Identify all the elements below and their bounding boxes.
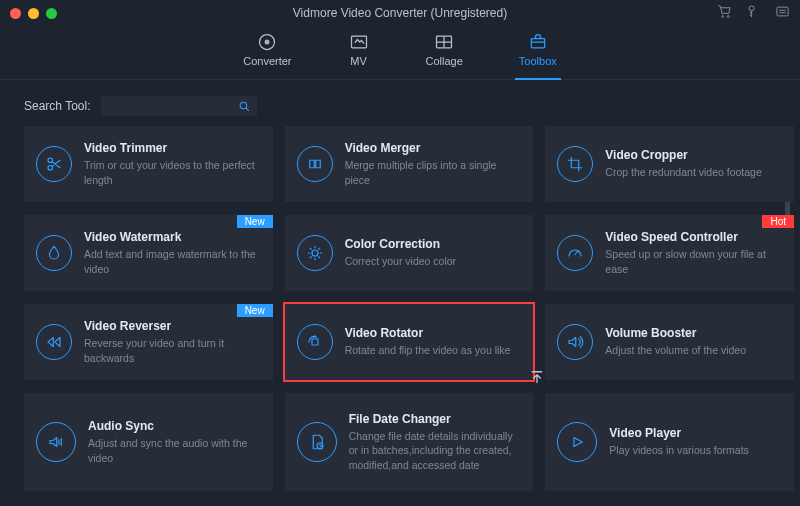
cart-icon[interactable] [717, 4, 732, 23]
titlebar: Vidmore Video Converter (Unregistered) [0, 0, 800, 26]
tool-volume-booster[interactable]: Volume BoosterAdjust the volume of the v… [545, 304, 794, 380]
tool-video-trimmer[interactable]: Video TrimmerTrim or cut your videos to … [24, 126, 273, 202]
play-icon [557, 422, 597, 462]
tool-color-correction[interactable]: Color CorrectionCorrect your video color [285, 215, 534, 291]
tool-video-player[interactable]: Video PlayerPlay videos in various forma… [545, 393, 794, 491]
svg-point-14 [312, 250, 318, 256]
tool-title: Video Rotator [345, 326, 522, 340]
tool-title: File Date Changer [349, 412, 522, 426]
rewind-icon [36, 324, 72, 360]
tool-desc: Adjust and sync the audio with the video [88, 436, 261, 464]
svg-point-1 [727, 15, 729, 17]
sun-icon [297, 235, 333, 271]
tool-title: Video Speed Controller [605, 230, 782, 244]
tool-desc: Reverse your video and turn it backwards [84, 336, 261, 364]
tab-converter[interactable]: Converter [243, 32, 291, 71]
svg-rect-3 [777, 7, 788, 16]
tool-audio-sync[interactable]: Audio SyncAdjust and sync the audio with… [24, 393, 273, 491]
tab-label: Collage [426, 55, 463, 67]
gauge-icon [557, 235, 593, 271]
tool-desc: Correct your video color [345, 254, 522, 268]
tab-label: Converter [243, 55, 291, 67]
minimize-window-button[interactable] [28, 8, 39, 19]
search-input[interactable] [107, 100, 238, 112]
svg-point-5 [265, 40, 270, 45]
tool-desc: Crop the redundant video footage [605, 165, 782, 179]
tab-label: MV [350, 55, 367, 67]
tool-title: Video Player [609, 426, 782, 440]
tool-video-reverser[interactable]: New Video ReverserReverse your video and… [24, 304, 273, 380]
tool-title: Video Reverser [84, 319, 261, 333]
svg-rect-8 [531, 39, 544, 48]
svg-point-9 [240, 102, 247, 109]
tool-title: Video Watermark [84, 230, 261, 244]
scissors-icon [36, 146, 72, 182]
window-controls [10, 8, 57, 19]
merge-icon [297, 146, 333, 182]
search-icon [238, 100, 251, 113]
svg-point-2 [749, 5, 754, 10]
new-badge: New [237, 304, 273, 317]
tool-desc: Merge multiple clips into a single piece [345, 158, 522, 186]
tool-video-rotator[interactable]: Video RotatorRotate and flip the video a… [285, 304, 534, 380]
audio-sync-icon [36, 422, 76, 462]
scroll-to-top-button[interactable] [528, 368, 546, 386]
tab-collage[interactable]: Collage [426, 32, 463, 71]
search-label: Search Tool: [24, 99, 91, 113]
tool-title: Volume Booster [605, 326, 782, 340]
tool-desc: Play videos in various formats [609, 443, 782, 457]
tool-video-cropper[interactable]: Video CropperCrop the redundant video fo… [545, 126, 794, 202]
file-date-icon [297, 422, 337, 462]
maximize-window-button[interactable] [46, 8, 57, 19]
tool-desc: Add text and image watermark to the vide… [84, 247, 261, 275]
droplet-icon [36, 235, 72, 271]
tool-desc: Trim or cut your videos to the perfect l… [84, 158, 261, 186]
tool-desc: Rotate and flip the video as you like [345, 343, 522, 357]
tool-file-date-changer[interactable]: File Date ChangerChange file date detail… [285, 393, 534, 491]
svg-rect-15 [312, 339, 318, 345]
tool-desc: Speed up or slow down your file at ease [605, 247, 782, 275]
window-title: Vidmore Video Converter (Unregistered) [293, 6, 507, 20]
rotate-icon [297, 324, 333, 360]
tool-title: Video Merger [345, 141, 522, 155]
tab-label: Toolbox [519, 55, 557, 67]
key-icon[interactable] [746, 4, 761, 23]
new-badge: New [237, 215, 273, 228]
tab-toolbox[interactable]: Toolbox [519, 32, 557, 71]
tool-grid: Video TrimmerTrim or cut your videos to … [24, 126, 794, 491]
close-window-button[interactable] [10, 8, 21, 19]
tool-video-merger[interactable]: Video MergerMerge multiple clips into a … [285, 126, 534, 202]
tool-desc: Change file date details individually or… [349, 429, 522, 472]
svg-point-0 [722, 15, 724, 17]
svg-rect-13 [315, 160, 320, 168]
tool-title: Audio Sync [88, 419, 261, 433]
tab-mv[interactable]: MV [348, 32, 370, 71]
tool-title: Video Cropper [605, 148, 782, 162]
crop-icon [557, 146, 593, 182]
hot-badge: Hot [762, 215, 794, 228]
search-input-wrapper[interactable] [101, 96, 257, 116]
search-row: Search Tool: [0, 80, 800, 126]
menu-icon[interactable] [775, 4, 790, 23]
tool-title: Video Trimmer [84, 141, 261, 155]
tool-video-watermark[interactable]: New Video WatermarkAdd text and image wa… [24, 215, 273, 291]
tool-desc: Adjust the volume of the video [605, 343, 782, 357]
volume-icon [557, 324, 593, 360]
svg-rect-12 [309, 160, 314, 168]
tool-title: Color Correction [345, 237, 522, 251]
main-tabs: Converter MV Collage Toolbox [0, 26, 800, 80]
tool-video-speed-controller[interactable]: Hot Video Speed ControllerSpeed up or sl… [545, 215, 794, 291]
